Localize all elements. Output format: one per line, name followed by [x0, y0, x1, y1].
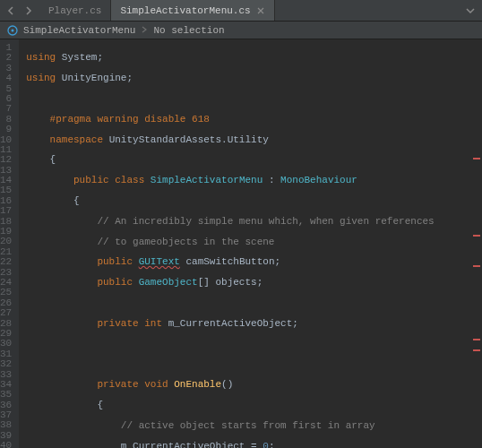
code-area[interactable]: using System; using UnityEngine; #pragma…	[19, 39, 482, 448]
tab-simpleactivatormenu[interactable]: SimpleActivatorMenu.cs	[111, 0, 274, 21]
error-stripe[interactable]	[473, 339, 480, 340]
nav-forward-button[interactable]	[22, 4, 34, 17]
line-number: 12	[0, 155, 12, 165]
tab-bar-right	[464, 0, 482, 21]
error-stripe[interactable]	[473, 349, 480, 351]
line-number: 4	[0, 73, 12, 83]
breadcrumb: SimpleActivatorMenu No selection	[0, 22, 482, 39]
chevron-down-icon	[466, 6, 475, 15]
line-number: 40	[0, 441, 12, 448]
tab-label: SimpleActivatorMenu.cs	[120, 5, 250, 16]
chevron-left-icon	[7, 6, 16, 15]
chevron-right-icon	[23, 6, 32, 15]
line-number: 30	[0, 339, 12, 349]
csharp-file-icon	[7, 25, 18, 36]
line-number: 22	[0, 257, 12, 267]
line-number: 17	[0, 206, 12, 216]
line-number: 27	[0, 308, 12, 318]
breadcrumb-selection[interactable]: No selection	[153, 25, 224, 36]
close-icon	[257, 7, 264, 14]
tab-label: Player.cs	[48, 5, 101, 16]
svg-point-1	[12, 29, 14, 31]
code-editor[interactable]: 1234567891011121314151617181920212223242…	[0, 39, 482, 448]
error-stripe[interactable]	[473, 265, 480, 267]
line-number-gutter: 1234567891011121314151617181920212223242…	[0, 39, 19, 448]
line-number: 9	[0, 125, 12, 134]
tab-player[interactable]: Player.cs	[39, 0, 111, 21]
chevron-right-icon	[141, 26, 148, 33]
tab-bar: Player.cs SimpleActivatorMenu.cs	[0, 0, 482, 22]
line-number: 35	[0, 390, 12, 400]
tab-close-button[interactable]	[256, 6, 265, 15]
nav-back-button[interactable]	[5, 4, 18, 17]
breadcrumb-separator	[141, 25, 148, 36]
tab-overflow-button[interactable]	[464, 4, 477, 17]
tab-nav	[0, 0, 39, 21]
line-number: 32	[0, 359, 12, 369]
error-stripe[interactable]	[473, 235, 480, 237]
breadcrumb-file[interactable]: SimpleActivatorMenu	[23, 25, 135, 36]
error-stripe[interactable]	[473, 158, 480, 159]
